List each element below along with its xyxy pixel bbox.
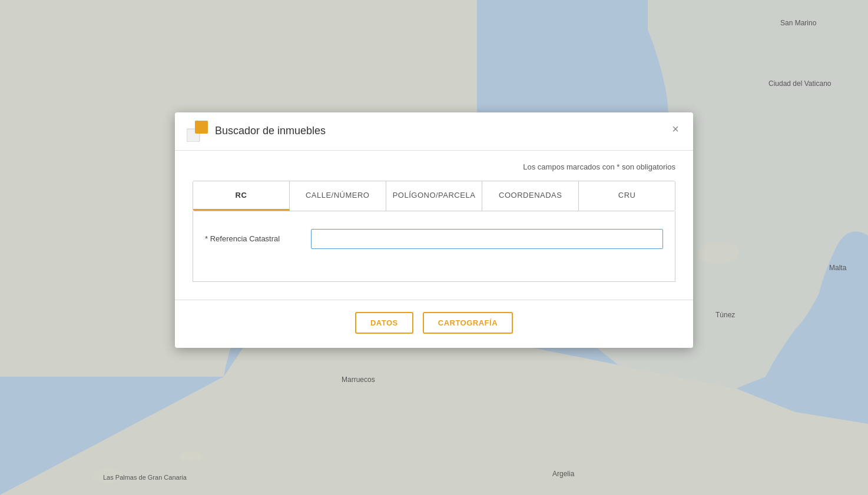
datos-button[interactable]: DATOS: [355, 312, 413, 334]
svg-rect-8: [195, 121, 208, 134]
modal-title: Buscador de inmuebles: [215, 125, 326, 137]
modal-body: Los campos marcados con * son obligatori…: [175, 151, 693, 300]
tab-cru[interactable]: CRU: [579, 181, 675, 211]
referencia-catastral-input[interactable]: [311, 229, 663, 249]
tab-content-rc: * Referencia Catastral: [193, 211, 675, 282]
svg-point-1: [91, 469, 127, 483]
tab-bar: RC CALLE/NÚMERO POLÍGONO/PARCELA COORDEN…: [193, 181, 675, 211]
form-row-referencia-catastral: * Referencia Catastral: [205, 229, 663, 249]
app-logo: [187, 121, 208, 142]
required-note: Los campos marcados con * son obligatori…: [193, 162, 675, 171]
tab-coordenadas[interactable]: COORDENADAS: [482, 181, 579, 211]
cartografia-button[interactable]: CARTOGRAFÍA: [423, 312, 513, 334]
modal-actions: DATOS CARTOGRAFÍA: [175, 300, 693, 345]
modal-close-button[interactable]: ×: [667, 121, 684, 137]
tab-calle-numero[interactable]: CALLE/NÚMERO: [290, 181, 386, 211]
svg-point-2: [181, 451, 202, 461]
tab-rc[interactable]: RC: [193, 181, 290, 211]
modal-header: Buscador de inmuebles ×: [175, 112, 693, 151]
referencia-catastral-label: * Referencia Catastral: [205, 234, 311, 243]
tab-poligono-parcela[interactable]: POLÍGONO/PARCELA: [386, 181, 483, 211]
svg-point-4: [698, 242, 739, 264]
modal-dialog: Buscador de inmuebles × Los campos marca…: [175, 112, 693, 348]
